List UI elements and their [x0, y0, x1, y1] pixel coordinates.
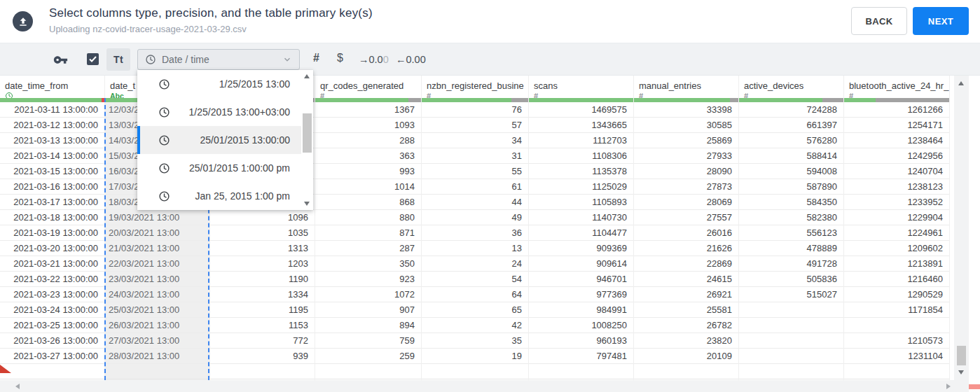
increase-decimal-faded: 0 [383, 54, 389, 65]
table-cell: 28090 [634, 164, 738, 179]
vertical-scrollbar[interactable] [954, 76, 969, 380]
column-header[interactable]: active_devices# [739, 76, 844, 98]
table-cell: 1008250 [529, 318, 633, 333]
table-cell: 1469575 [529, 102, 633, 118]
column-type-select[interactable]: Date / time [137, 49, 300, 70]
clock-icon [158, 78, 170, 90]
table-cell: 13 [422, 241, 528, 256]
clock-icon [145, 54, 156, 65]
table-cell: 2021-03-15 13:00:00 [0, 164, 104, 179]
menu-item-date-format[interactable]: 1/25/2015 13:00 [137, 70, 301, 98]
menu-scrollbar[interactable] [301, 70, 313, 210]
table-cell: 1224961 [844, 225, 949, 241]
table-cell: 2021-03-14 13:00:00 [0, 148, 104, 164]
menu-item-date-format[interactable]: Jan 25, 2015 1:00 pm [137, 182, 301, 210]
column-cells: 1469575134366511127031108306113537811250… [529, 102, 634, 380]
column-date_time_from: date_time_from2021-03-11 13:00:002021-03… [0, 76, 105, 380]
scroll-up-icon[interactable] [958, 81, 964, 85]
menu-scroll-thumb[interactable] [303, 113, 312, 153]
table-cell: 2021-03-24 13:00:00 [0, 302, 104, 318]
table-cell: 772 [210, 333, 315, 349]
table-cell: 907 [315, 302, 421, 318]
table-cell: 1195 [210, 302, 315, 318]
table-cell: 27873 [634, 179, 738, 195]
column-header[interactable]: qr_codes_generated# [315, 76, 422, 98]
table-cell: 24/03/2021 13:00 [105, 287, 209, 302]
empty-row [315, 364, 421, 379]
menu-item-label: 25/01/2015 1:00:00 pm [170, 162, 301, 174]
table-cell: 1254171 [844, 118, 949, 133]
table-cell: 25/03/2021 13:00 [105, 302, 209, 318]
table-cell: 49 [422, 210, 528, 225]
scroll-right-icon[interactable] [946, 384, 951, 389]
table-cell: 1343665 [529, 118, 633, 133]
increase-decimal-button[interactable]: →0.00 [359, 54, 389, 65]
table-cell: 1242956 [844, 148, 949, 164]
number-type-button[interactable]: # [313, 52, 319, 64]
column-header[interactable]: manual_entries# [634, 76, 739, 98]
menu-item-date-format[interactable]: 25/01/2015 1:00:00 pm [137, 154, 301, 182]
column-header[interactable]: scans# [529, 76, 634, 98]
column-header[interactable]: date_time_from [0, 76, 105, 98]
table-cell: 880 [315, 210, 421, 225]
menu-item-date-format[interactable]: 25/01/2015 13:00:00 [137, 126, 301, 154]
table-cell: 1105893 [529, 195, 633, 210]
table-cell: 1093 [315, 118, 421, 133]
table-cell: 759 [315, 333, 421, 349]
csv-import-wizard: Select columns type, precision, and the … [0, 0, 980, 392]
table-cell: 27/03/2021 13:00 [105, 333, 209, 349]
table-cell: 26921 [634, 287, 738, 302]
table-cell: 24615 [634, 272, 738, 287]
chevron-down-icon [282, 55, 292, 64]
table-cell: 1190 [210, 272, 315, 287]
table-cell: 2021-03-22 13:00:00 [0, 272, 104, 287]
back-button[interactable]: BACK [851, 7, 907, 35]
table-cell: 1035 [210, 225, 315, 241]
table-cell: 64 [422, 287, 528, 302]
table-cell: 1135378 [529, 164, 633, 179]
table-cell: 28069 [634, 195, 738, 210]
column-qr_codes_generated: qr_codes_generated#136710932883639931014… [315, 76, 422, 380]
vertical-scroll-thumb[interactable] [957, 346, 966, 365]
table-cell: 993 [315, 164, 421, 179]
table-cell: 1216460 [844, 272, 949, 287]
currency-type-button[interactable]: $ [337, 52, 343, 64]
table-cell: 1290529 [844, 287, 949, 302]
horizontal-scrollbar[interactable] [0, 380, 969, 392]
scroll-left-icon[interactable] [15, 384, 20, 389]
primary-key-icon[interactable] [53, 52, 68, 70]
menu-scroll-down-icon[interactable] [304, 202, 310, 206]
text-type-button[interactable]: Tt [106, 48, 130, 71]
table-cell: 923 [315, 272, 421, 287]
table-cell: 594008 [739, 164, 843, 179]
menu-scroll-up-icon[interactable] [304, 74, 310, 78]
table-cell: 65 [422, 302, 528, 318]
table-cell [739, 318, 843, 333]
table-cell: 515027 [739, 287, 843, 302]
table-cell: 2021-03-27 13:00:00 [0, 349, 104, 364]
table-cell: 1334 [210, 287, 315, 302]
menu-item-date-format[interactable]: 1/25/2015 13:00+03:00 [137, 98, 301, 126]
next-button[interactable]: NEXT [913, 7, 969, 35]
table-cell: 21626 [634, 241, 738, 256]
table-cell: 35 [422, 333, 528, 349]
table-cell: 871 [315, 225, 421, 241]
column-header[interactable]: nzbn_registered_busine# [422, 76, 529, 98]
scroll-down-icon[interactable] [958, 370, 964, 374]
table-cell: 587890 [739, 179, 843, 195]
decrease-decimal-button[interactable]: ←0.00 [396, 54, 426, 65]
table-cell: 26016 [634, 225, 738, 241]
column-header[interactable]: bluetooth_active_24_hr_# [844, 76, 950, 98]
table-cell: 22869 [634, 256, 738, 272]
table-cell: 33398 [634, 102, 738, 118]
column-cells: 7242886613975762805884145940085878905843… [739, 102, 844, 380]
table-cell: 23820 [634, 333, 738, 349]
table-cell: 505836 [739, 272, 843, 287]
table-cell: 2021-03-12 13:00:00 [0, 118, 104, 133]
column-bluetooth_active_24_hr_: bluetooth_active_24_hr_#1261266125417112… [844, 76, 950, 380]
table-cell: 27557 [634, 210, 738, 225]
nullable-checkbox[interactable] [87, 53, 99, 65]
table-cell: 661397 [739, 118, 843, 133]
upload-icon [13, 11, 33, 31]
table-cell: 19/03/2021 13:00 [105, 210, 209, 225]
